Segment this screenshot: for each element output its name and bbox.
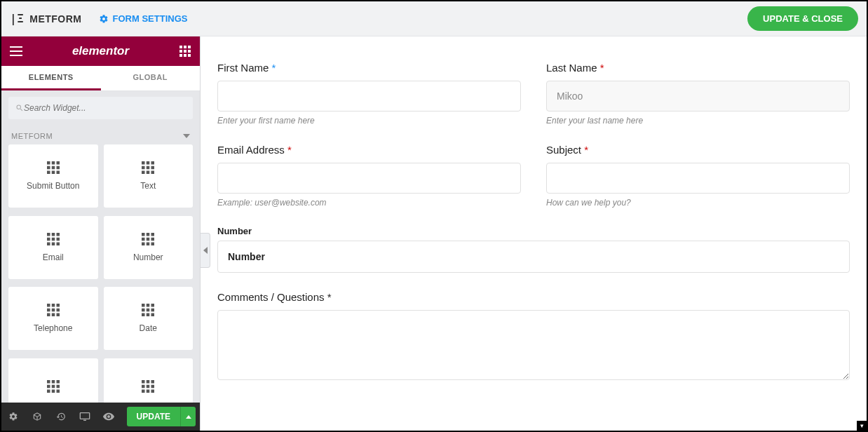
hamburger-menu-button[interactable] bbox=[1, 46, 31, 56]
widget-telephone[interactable]: Telephone bbox=[8, 287, 98, 350]
svg-rect-17 bbox=[56, 166, 60, 170]
sidebar-header: elementor bbox=[1, 36, 200, 66]
svg-rect-75 bbox=[142, 380, 145, 384]
elementor-brand-label: elementor bbox=[31, 44, 170, 58]
svg-rect-56 bbox=[56, 313, 60, 317]
widget-text[interactable]: Text bbox=[104, 144, 194, 208]
widget-submit-button[interactable]: Submit Button bbox=[8, 144, 98, 208]
svg-rect-44 bbox=[151, 237, 155, 241]
svg-rect-12 bbox=[47, 161, 50, 165]
sidebar-tabs: ELEMENTS GLOBAL bbox=[1, 66, 200, 91]
svg-rect-7 bbox=[184, 50, 187, 53]
subject-input[interactable] bbox=[546, 163, 850, 194]
history-button[interactable] bbox=[49, 403, 73, 431]
svg-rect-15 bbox=[47, 166, 50, 170]
update-button[interactable]: UPDATE bbox=[127, 407, 180, 426]
svg-rect-54 bbox=[47, 313, 50, 317]
grid-icon bbox=[142, 380, 154, 393]
comments-textarea[interactable] bbox=[217, 310, 850, 380]
update-caret-button[interactable] bbox=[180, 407, 196, 426]
svg-rect-61 bbox=[147, 309, 150, 312]
svg-rect-0 bbox=[10, 46, 22, 48]
last-name-help: Enter your last name here bbox=[546, 116, 850, 126]
form-settings-button[interactable]: FORM SETTINGS bbox=[99, 13, 188, 24]
first-name-input[interactable] bbox=[217, 81, 521, 112]
svg-rect-43 bbox=[147, 237, 150, 241]
email-input[interactable] bbox=[217, 163, 521, 194]
svg-rect-83 bbox=[151, 389, 155, 393]
svg-rect-46 bbox=[147, 242, 150, 245]
sidebar-collapse-handle[interactable] bbox=[201, 233, 210, 268]
svg-rect-25 bbox=[147, 166, 150, 170]
widget-date[interactable]: Date bbox=[104, 287, 194, 350]
form-canvas[interactable]: First Name * Enter your first name here … bbox=[201, 36, 867, 431]
comments-label: Comments / Questions * bbox=[217, 291, 850, 303]
svg-rect-27 bbox=[142, 171, 145, 175]
svg-rect-51 bbox=[47, 309, 50, 312]
svg-rect-28 bbox=[147, 171, 150, 175]
email-label: Email Address * bbox=[217, 144, 521, 156]
responsive-button[interactable] bbox=[73, 403, 97, 431]
svg-rect-73 bbox=[52, 389, 55, 393]
svg-rect-26 bbox=[151, 166, 155, 170]
svg-rect-3 bbox=[179, 46, 182, 48]
required-indicator: * bbox=[584, 144, 588, 156]
svg-rect-32 bbox=[56, 233, 60, 236]
svg-rect-34 bbox=[52, 237, 55, 241]
svg-rect-35 bbox=[56, 237, 60, 241]
svg-rect-16 bbox=[52, 166, 55, 170]
svg-rect-13 bbox=[52, 161, 55, 165]
svg-rect-4 bbox=[184, 46, 187, 48]
svg-rect-39 bbox=[142, 233, 145, 236]
svg-rect-18 bbox=[47, 171, 50, 175]
svg-rect-76 bbox=[147, 380, 150, 384]
widget-grid: Submit Button Text Email Number Telephon… bbox=[1, 144, 200, 431]
svg-rect-19 bbox=[52, 171, 55, 175]
svg-rect-63 bbox=[142, 313, 145, 317]
grid-icon bbox=[47, 233, 60, 245]
svg-rect-65 bbox=[151, 313, 155, 317]
svg-rect-2 bbox=[10, 55, 22, 56]
widget-label: Telephone bbox=[34, 323, 72, 333]
search-icon bbox=[15, 104, 24, 112]
widget-label: Date bbox=[140, 323, 157, 333]
chevron-down-icon bbox=[183, 134, 190, 138]
last-name-input[interactable] bbox=[546, 81, 850, 112]
svg-rect-31 bbox=[52, 233, 55, 236]
svg-rect-58 bbox=[147, 304, 150, 307]
navigator-button[interactable] bbox=[25, 403, 49, 431]
sidebar-footer: UPDATE bbox=[1, 403, 200, 431]
svg-rect-40 bbox=[147, 233, 150, 236]
update-and-close-button[interactable]: UPDATE & CLOSE bbox=[747, 6, 858, 31]
tab-elements[interactable]: ELEMENTS bbox=[1, 66, 101, 90]
svg-rect-29 bbox=[151, 171, 155, 175]
svg-rect-53 bbox=[56, 309, 60, 312]
svg-rect-47 bbox=[151, 242, 155, 245]
search-input[interactable] bbox=[24, 103, 186, 113]
svg-rect-66 bbox=[47, 380, 50, 384]
svg-rect-57 bbox=[142, 304, 145, 307]
tab-global[interactable]: GLOBAL bbox=[101, 66, 201, 90]
sidebar: elementor ELEMENTS GLOBAL METFORM bbox=[1, 36, 201, 431]
widget-number[interactable]: Number bbox=[104, 216, 194, 279]
search-widget-wrap bbox=[8, 97, 193, 119]
preview-button[interactable] bbox=[97, 403, 121, 431]
number-widget-placeholder[interactable]: Number Number bbox=[217, 226, 850, 273]
svg-rect-1 bbox=[10, 50, 22, 52]
required-indicator: * bbox=[287, 144, 292, 156]
widgets-grid-button[interactable] bbox=[170, 46, 200, 57]
svg-rect-37 bbox=[52, 242, 55, 245]
scroll-down-icon[interactable]: ▾ bbox=[857, 421, 867, 431]
widget-label: Text bbox=[140, 181, 156, 191]
svg-rect-70 bbox=[52, 384, 55, 388]
svg-rect-49 bbox=[52, 304, 55, 307]
label-text: Last Name bbox=[546, 62, 597, 74]
svg-rect-60 bbox=[142, 309, 145, 312]
widget-email[interactable]: Email bbox=[8, 216, 98, 279]
svg-rect-71 bbox=[56, 384, 60, 388]
widget-label: Number bbox=[133, 252, 163, 262]
svg-rect-80 bbox=[151, 384, 155, 388]
widget-category-metform[interactable]: METFORM bbox=[1, 125, 200, 144]
settings-button[interactable] bbox=[1, 403, 25, 431]
svg-rect-30 bbox=[47, 233, 50, 236]
